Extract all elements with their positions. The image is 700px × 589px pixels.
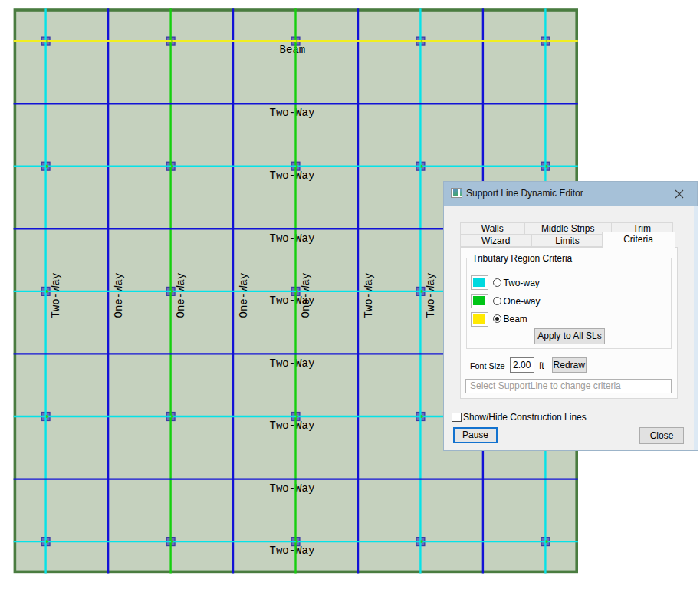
svg-text:Two-Way: Two-Way <box>270 357 315 370</box>
svg-text:One-Way: One-Way <box>300 273 312 318</box>
svg-text:Two-Way: Two-Way <box>363 273 375 318</box>
svg-text:One-Way: One-Way <box>238 273 250 318</box>
svg-text:Two-Way: Two-Way <box>270 420 315 432</box>
svg-text:Two-Way: Two-Way <box>270 482 315 495</box>
svg-text:One-Way: One-Way <box>175 273 187 318</box>
svg-text:Two-Way: Two-Way <box>270 545 315 557</box>
svg-text:Two-Way: Two-Way <box>270 169 315 182</box>
svg-text:Two-Way: Two-Way <box>50 273 62 318</box>
svg-text:Two-Way: Two-Way <box>425 273 437 318</box>
svg-text:Two-Way: Two-Way <box>270 232 315 245</box>
svg-text:Two-Way: Two-Way <box>270 107 315 119</box>
svg-text:One-Way: One-Way <box>113 273 125 318</box>
